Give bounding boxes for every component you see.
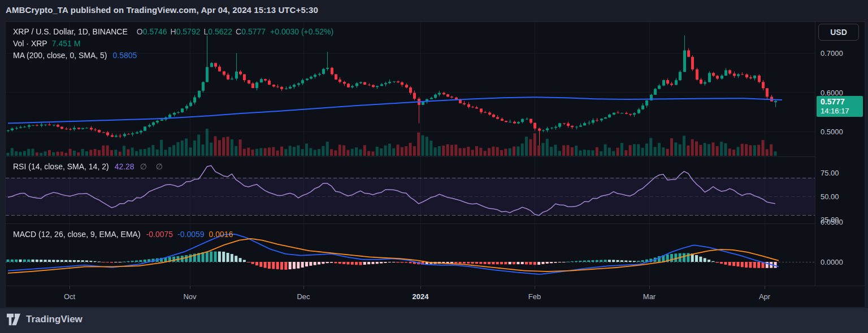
- ma-legend-row[interactable]: MA (200, close, 0, SMA, 5) 0.5805: [13, 49, 333, 61]
- macd-label: MACD (12, 26, close, 9, EMA, EMA): [13, 230, 141, 239]
- time-axis-label: Dec: [297, 292, 310, 301]
- macd-signal-value: 0.0016: [209, 230, 233, 239]
- macd-axis-label: 0.0500: [821, 218, 843, 226]
- rsi-axis-label: 50.00: [821, 192, 839, 201]
- symbol-legend-row-main[interactable]: XRP / U.S. Dollar, 1D, BINANCE O 0.5746 …: [13, 25, 333, 37]
- rsi-value: 42.28: [115, 162, 134, 171]
- volume-label: Vol · XRP: [13, 39, 47, 48]
- time-axis-tick: [765, 286, 765, 289]
- publish-header: AMBCrypto_TA published on TradingView.co…: [6, 5, 318, 15]
- change-value: +0.0030 (+0.52%): [270, 27, 333, 36]
- symbol-title[interactable]: XRP / U.S. Dollar, 1D, BINANCE: [13, 27, 128, 36]
- chart-canvas[interactable]: [6, 22, 815, 286]
- brand-text[interactable]: TradingView: [26, 314, 83, 325]
- rsi-axis-label: 75.00: [821, 169, 839, 177]
- symbol-legend[interactable]: XRP / U.S. Dollar, 1D, BINANCE O 0.5746 …: [13, 25, 333, 61]
- time-axis[interactable]: OctNovDec2024FebMarApr: [6, 286, 865, 307]
- rsi-label: RSI (14, close, SMA, 14, 2): [13, 162, 109, 171]
- rsi-legend[interactable]: RSI (14, close, SMA, 14, 2) 42.28 ∅ ∅: [13, 160, 166, 172]
- open-label: O: [137, 27, 143, 36]
- footer-strip: [0, 308, 868, 333]
- time-axis-label: Mar: [643, 292, 656, 301]
- high-label: H: [171, 27, 176, 36]
- low-value: 0.5622: [208, 27, 232, 36]
- volume-value: 7.451 M: [52, 39, 81, 48]
- volume-legend-row[interactable]: Vol · XRP 7.451 M: [13, 37, 333, 49]
- macd-line-value: -0.0059: [177, 230, 204, 239]
- ma-value: 0.5805: [113, 51, 137, 60]
- time-axis-tick: [70, 286, 70, 289]
- macd-hist-value: -0.0075: [146, 230, 173, 239]
- last-price-badge[interactable]: 0.5777 14:16:17: [817, 96, 863, 117]
- pane-separator-rsi[interactable]: [6, 156, 865, 157]
- pane-separator-macd[interactable]: [6, 224, 865, 224]
- ma-label: MA (200, close, 0, SMA, 5): [13, 51, 107, 60]
- chart-container[interactable]: XRP / U.S. Dollar, 1D, BINANCE O 0.5746 …: [5, 21, 865, 308]
- footer: TradingView: [6, 313, 83, 326]
- last-price: 0.5777: [821, 97, 859, 107]
- time-axis-tick: [535, 286, 535, 289]
- time-axis-label: Apr: [759, 292, 770, 301]
- time-axis-tick: [420, 286, 421, 289]
- macd-axis-label: 0.0000: [821, 258, 843, 266]
- price-axis-label: 0.5000: [821, 128, 843, 136]
- price-axis[interactable]: USD 0.5777 14:16:17 0.70000.60000.500075…: [815, 22, 865, 286]
- close-value: 0.5777: [241, 27, 266, 36]
- tradingview-snapshot-page: AMBCrypto_TA published on TradingView.co…: [0, 0, 868, 333]
- open-value: 0.5746: [143, 27, 167, 36]
- time-axis-label: Feb: [528, 292, 541, 301]
- price-axis-label: 0.7000: [821, 49, 843, 58]
- time-axis-tick: [649, 286, 650, 289]
- close-label: C: [236, 27, 241, 36]
- time-axis-label: 2024: [413, 292, 429, 301]
- tradingview-logo-icon[interactable]: [6, 313, 21, 326]
- currency-button[interactable]: USD: [818, 24, 859, 41]
- time-axis-tick: [190, 286, 190, 289]
- low-label: L: [203, 27, 208, 36]
- time-axis-label: Nov: [183, 292, 196, 301]
- rsi-empty-values: ∅ ∅: [140, 162, 166, 171]
- bar-countdown: 14:16:17: [821, 107, 859, 116]
- high-value: 0.5792: [176, 27, 201, 36]
- time-axis-tick: [303, 286, 304, 289]
- time-axis-label: Oct: [64, 292, 75, 301]
- macd-legend[interactable]: MACD (12, 26, close, 9, EMA, EMA) -0.007…: [13, 228, 233, 240]
